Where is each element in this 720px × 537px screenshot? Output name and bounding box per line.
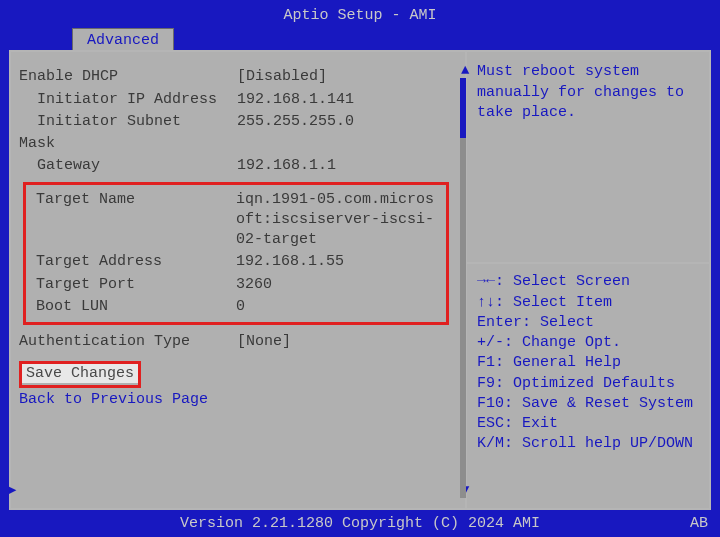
initiator-subnet-row[interactable]: Initiator Subnet 255.255.255.0 [19,111,459,133]
gateway-label: Gateway [19,156,237,176]
back-link[interactable]: Back to Previous Page [19,388,459,410]
boot-lun-label: Boot LUN [36,297,236,317]
mask-row: Mask [19,133,459,155]
help-panel: Must reboot system manually for changes … [467,52,709,508]
target-port-label: Target Port [36,275,236,295]
current-item-marker-icon: ▶ [8,481,16,500]
hint-general-help: F1: General Help [477,353,701,373]
scrollbar-track[interactable] [460,78,466,498]
hint-defaults: F9: Optimized Defaults [477,374,701,394]
gateway-value: 192.168.1.1 [237,156,459,176]
enable-dhcp-value: [Disabled] [237,67,459,87]
auth-type-value: [None] [237,332,459,352]
settings-panel: ▲ Enable DHCP [Disabled] Initiator IP Ad… [11,52,467,508]
auth-type-label: Authentication Type [19,332,237,352]
target-address-label: Target Address [36,252,236,272]
hint-select-item: ↑↓: Select Item [477,293,701,313]
initiator-ip-value: 192.168.1.141 [237,90,459,110]
save-changes-button[interactable]: Save Changes [22,364,138,383]
help-text: Must reboot system manually for changes … [477,62,701,262]
window-title: Aptio Setup - AMI [0,0,720,28]
target-name-row[interactable]: Target Name iqn.1991-05.com.microsoft:is… [36,189,442,252]
hint-scroll-help: K/M: Scroll help UP/DOWN [477,434,701,454]
initiator-ip-row[interactable]: Initiator IP Address 192.168.1.141 [19,89,459,111]
hint-save-reset: F10: Save & Reset System [477,394,701,414]
gateway-row[interactable]: Gateway 192.168.1.1 [19,155,459,177]
target-name-label: Target Name [36,190,236,251]
footer-version: Version 2.21.1280 Copyright (C) 2024 AMI [0,510,720,534]
target-port-value: 3260 [236,275,442,295]
ab-indicator: AB [690,514,708,534]
main-frame: ▲ Enable DHCP [Disabled] Initiator IP Ad… [9,50,711,510]
enable-dhcp-label: Enable DHCP [19,67,237,87]
save-changes-highlight: Save Changes [19,361,141,387]
target-port-row[interactable]: Target Port 3260 [36,274,442,296]
key-hints: →←: Select Screen ↑↓: Select Item Enter:… [477,272,701,498]
target-name-value: iqn.1991-05.com.microsoft:iscsiserver-is… [236,190,442,251]
hint-select-screen: →←: Select Screen [477,272,701,292]
initiator-ip-label: Initiator IP Address [19,90,237,110]
enable-dhcp-row[interactable]: Enable DHCP [Disabled] [19,66,459,88]
initiator-subnet-label: Initiator Subnet [19,112,237,132]
boot-lun-value: 0 [236,297,442,317]
target-address-row[interactable]: Target Address 192.168.1.55 [36,251,442,273]
scrollbar-thumb[interactable] [460,78,466,138]
hint-exit: ESC: Exit [477,414,701,434]
auth-type-row[interactable]: Authentication Type [None] [19,331,459,353]
target-highlight-box: Target Name iqn.1991-05.com.microsoft:is… [23,182,449,326]
target-address-value: 192.168.1.55 [236,252,442,272]
hint-enter: Enter: Select [477,313,701,333]
boot-lun-row[interactable]: Boot LUN 0 [36,296,442,318]
hint-change-opt: +/-: Change Opt. [477,333,701,353]
initiator-subnet-value: 255.255.255.0 [237,112,459,132]
tab-row: Advanced [0,28,720,50]
help-separator [465,262,711,264]
mask-label: Mask [19,134,237,154]
